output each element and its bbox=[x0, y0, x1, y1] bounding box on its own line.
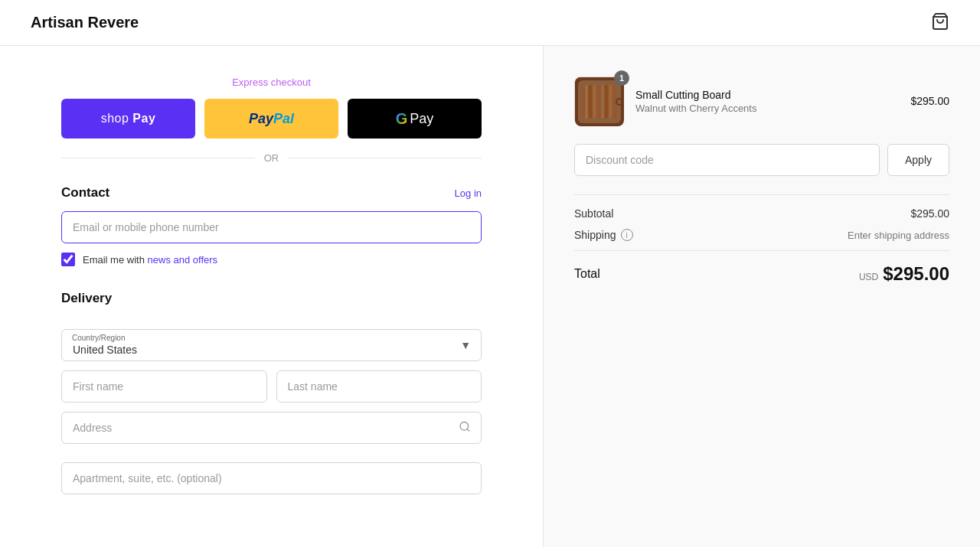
shop-pay-text: shop Pay bbox=[101, 112, 156, 126]
product-image-wrapper: 1 bbox=[574, 77, 623, 126]
product-price: $295.00 bbox=[910, 95, 949, 107]
name-row bbox=[61, 370, 482, 412]
cost-rows: Subtotal $295.00 Shipping i Enter shippi… bbox=[574, 194, 949, 241]
first-name-input[interactable] bbox=[61, 370, 267, 403]
subtotal-row: Subtotal $295.00 bbox=[574, 207, 949, 220]
total-label: Total bbox=[574, 267, 600, 281]
shop-pay-button[interactable]: shop Pay bbox=[61, 99, 195, 139]
site-title: Artisan Revere bbox=[31, 14, 139, 31]
svg-rect-10 bbox=[602, 85, 603, 119]
right-panel: 1 Small Cutting Board Walnut with Cherry… bbox=[544, 46, 980, 547]
express-checkout-buttons: shop Pay PayPal G Pay bbox=[61, 99, 482, 139]
email-offers-row: Email me with news and offers bbox=[61, 253, 482, 266]
svg-rect-12 bbox=[609, 85, 612, 119]
svg-rect-9 bbox=[597, 85, 600, 119]
gpay-button[interactable]: G Pay bbox=[348, 99, 482, 139]
svg-rect-5 bbox=[581, 85, 584, 119]
product-image-svg bbox=[575, 77, 624, 126]
product-quantity-badge: 1 bbox=[614, 70, 629, 86]
total-row: Total USD $295.00 bbox=[574, 250, 949, 285]
product-row: 1 Small Cutting Board Walnut with Cherry… bbox=[574, 77, 949, 126]
contact-section: Contact Log in Email me with news and of… bbox=[61, 185, 482, 266]
product-name: Small Cutting Board bbox=[635, 89, 898, 101]
gpay-text: G Pay bbox=[396, 110, 434, 128]
shipping-label-wrapper: Shipping i bbox=[574, 229, 633, 241]
main-layout: Express checkout shop Pay PayPal G Pay bbox=[0, 46, 980, 547]
total-currency: USD bbox=[859, 272, 878, 282]
express-checkout-label: Express checkout bbox=[61, 77, 482, 88]
delivery-section-title: Delivery bbox=[61, 291, 112, 306]
discount-code-input[interactable] bbox=[574, 144, 880, 176]
left-panel: Express checkout shop Pay PayPal G Pay bbox=[0, 46, 544, 547]
delivery-section: Delivery Country/Region United States Ca… bbox=[61, 291, 482, 504]
product-info: Small Cutting Board Walnut with Cherry A… bbox=[635, 89, 898, 114]
contact-section-header: Contact Log in bbox=[61, 185, 482, 201]
total-value-wrapper: USD $295.00 bbox=[859, 263, 949, 285]
total-amount: $295.00 bbox=[883, 263, 949, 285]
cart-icon[interactable] bbox=[931, 12, 949, 33]
header: Artisan Revere bbox=[0, 0, 980, 46]
country-select[interactable]: United States Canada United Kingdom bbox=[61, 329, 482, 361]
email-phone-input[interactable] bbox=[61, 211, 482, 243]
address-wrapper bbox=[61, 412, 482, 444]
paypal-text: PayPal bbox=[249, 111, 294, 127]
subtotal-label: Subtotal bbox=[574, 207, 613, 220]
shipping-row: Shipping i Enter shipping address bbox=[574, 229, 949, 241]
country-region-wrapper: Country/Region United States Canada Unit… bbox=[61, 329, 482, 361]
svg-rect-6 bbox=[586, 85, 587, 119]
svg-rect-7 bbox=[589, 85, 592, 119]
paypal-button[interactable]: PayPal bbox=[204, 99, 338, 139]
shipping-info-icon[interactable]: i bbox=[621, 229, 633, 241]
product-image bbox=[574, 77, 623, 126]
last-name-input[interactable] bbox=[276, 370, 482, 403]
svg-rect-11 bbox=[605, 85, 608, 119]
svg-rect-8 bbox=[593, 85, 596, 119]
subtotal-value: $295.00 bbox=[910, 207, 949, 220]
delivery-section-header: Delivery bbox=[61, 291, 482, 318]
email-offers-checkbox[interactable] bbox=[61, 253, 75, 266]
shipping-value: Enter shipping address bbox=[848, 230, 949, 241]
product-variant: Walnut with Cherry Accents bbox=[635, 103, 898, 114]
discount-row: Apply bbox=[574, 144, 949, 176]
address-input[interactable] bbox=[61, 412, 482, 444]
apply-button[interactable]: Apply bbox=[887, 144, 949, 176]
or-divider: OR bbox=[61, 152, 482, 164]
log-in-link[interactable]: Log in bbox=[455, 187, 482, 199]
shipping-label: Shipping bbox=[574, 229, 616, 241]
contact-section-title: Contact bbox=[61, 185, 109, 201]
apartment-input[interactable] bbox=[61, 462, 482, 494]
email-offers-label: Email me with news and offers bbox=[83, 254, 217, 266]
